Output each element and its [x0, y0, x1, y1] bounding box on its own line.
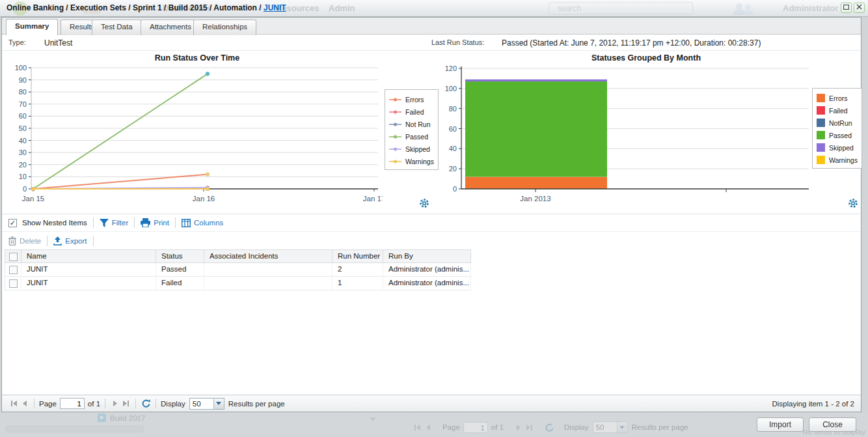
horizontal-scrollbar	[4, 425, 154, 433]
tab-summary[interactable]: Summary	[6, 19, 58, 35]
bar-chart-title: Statuses Grouped By Month	[431, 53, 861, 63]
cell-status: Passed	[156, 263, 204, 277]
row-checkbox[interactable]	[9, 266, 18, 274]
last-run-status-value: Passed (Started At: June 7, 2012, 11:19:…	[502, 38, 761, 48]
legend-entry: Failed	[389, 106, 434, 118]
page-number-input[interactable]	[60, 398, 85, 409]
refresh-icon[interactable]	[141, 399, 151, 408]
tree-item-build-2017: Build 2017	[98, 414, 145, 422]
row-checkbox[interactable]	[9, 279, 18, 288]
export-icon	[53, 236, 62, 246]
cell-associated-incidents	[204, 277, 332, 290]
cell-name[interactable]: JUNIT	[21, 277, 156, 290]
type-label: Type:	[8, 38, 26, 46]
export-button[interactable]: Export	[53, 236, 87, 246]
svg-text:70: 70	[19, 100, 27, 108]
results-table: Name Status Associated Incidents Run Num…	[5, 249, 471, 290]
column-header-status[interactable]: Status	[156, 249, 204, 263]
legend-entry: Errors	[389, 93, 434, 106]
line-chart-legend: ErrorsFailedNot RunPassedSkippedWarnings	[385, 89, 439, 170]
cell-name[interactable]: JUNIT	[21, 263, 156, 277]
legend-entry: Not Run	[389, 118, 434, 130]
statuses-grouped-by-month-chart: 020406080100120Jan 2013	[431, 63, 815, 213]
next-page-button[interactable]	[110, 399, 120, 408]
last-page-button[interactable]	[120, 399, 131, 408]
maximize-button[interactable]	[841, 3, 852, 13]
selection-toolbar: Delete Export	[2, 232, 861, 249]
tab-attachments[interactable]: Attachments	[141, 20, 200, 35]
print-icon	[141, 218, 150, 227]
type-value: UnitTest	[44, 38, 72, 48]
trash-icon	[8, 236, 16, 246]
svg-text:40: 40	[449, 145, 457, 152]
svg-text:Jan 15: Jan 15	[22, 195, 45, 203]
column-header-associated-incidents[interactable]: Associated Incidents	[204, 249, 332, 263]
previous-page-button[interactable]	[19, 399, 29, 408]
legend-entry: Skipped	[389, 143, 434, 155]
delete-button[interactable]: Delete	[8, 236, 41, 246]
columns-button[interactable]: Columns	[182, 219, 223, 227]
display-count-select[interactable]: 50	[189, 398, 224, 410]
columns-icon	[182, 219, 191, 227]
avatar	[730, 2, 757, 15]
close-dialog-button[interactable]: Close	[809, 417, 856, 432]
breadcrumb-path: Online Banking / Execution Sets / Sprint…	[7, 3, 264, 12]
svg-text:100: 100	[445, 85, 457, 92]
column-header-run-number[interactable]: Run Number	[332, 249, 383, 263]
footer-area: Build 2017 Page 1 of 1 Display 50 Result…	[0, 412, 868, 437]
page-label: Page	[39, 400, 57, 408]
show-nested-items-label: Show Nested Items	[22, 219, 87, 227]
column-header-name[interactable]: Name	[21, 249, 156, 263]
svg-text:0: 0	[23, 185, 27, 193]
tab-test-data[interactable]: Test Data	[92, 20, 142, 35]
cell-run-by: Administrator (adminis...	[383, 277, 471, 290]
select-arrow-icon	[213, 399, 224, 409]
table-header-row: Name Status Associated Incidents Run Num…	[5, 249, 471, 263]
maximize-icon	[843, 5, 849, 10]
bar-chart-legend: ErrorsFailedNotRunPassedSkippedWarnings	[812, 88, 862, 169]
cell-run-number: 2	[332, 263, 383, 277]
pagination-bar: Page of 1 Display 50 Results per page Di…	[2, 395, 861, 412]
svg-text:0: 0	[453, 185, 457, 193]
details-row: Type: UnitTest Last Run Status: Passed (…	[2, 35, 861, 51]
svg-text:Jan 17: Jan 17	[363, 195, 383, 203]
close-button[interactable]	[854, 3, 865, 13]
tab-relationships[interactable]: Relationships	[193, 20, 256, 35]
page-of-label: of 1	[88, 400, 100, 408]
last-run-status-label: Last Run Status:	[431, 38, 484, 46]
legend-entry: Warnings	[817, 154, 858, 166]
cell-status: Failed	[156, 277, 204, 290]
svg-text:80: 80	[449, 105, 457, 113]
show-nested-items-checkbox[interactable]: ✓	[8, 219, 17, 227]
nav-item-admin: Admin	[329, 3, 355, 13]
run-status-over-time-chart: 0102030405060708090100Jan 15Jan 16Jan 17	[2, 63, 383, 213]
table-row[interactable]: JUNIT Passed 2 Administrator (adminis...	[5, 263, 471, 277]
close-icon	[856, 4, 862, 10]
first-page-button[interactable]	[8, 399, 19, 408]
chart-settings-gear-icon[interactable]	[418, 197, 430, 209]
column-header-run-by[interactable]: Run By	[383, 249, 471, 263]
breadcrumb-link-junit[interactable]: JUNIT	[264, 3, 286, 12]
filter-icon	[100, 219, 109, 227]
chart-settings-gear-icon[interactable]	[847, 197, 859, 209]
svg-text:20: 20	[19, 161, 27, 169]
svg-text:120: 120	[445, 64, 457, 72]
svg-text:50: 50	[19, 124, 27, 132]
cell-associated-incidents	[204, 263, 332, 277]
user-menu: Administrator	[783, 3, 847, 13]
svg-text:Jan 2013: Jan 2013	[520, 195, 550, 203]
svg-text:Jan 16: Jan 16	[193, 195, 215, 203]
legend-entry: Passed	[817, 129, 858, 141]
titlebar: tester Dashboards Resources Admin search…	[0, 0, 868, 17]
table-row[interactable]: JUNIT Failed 1 Administrator (adminis...	[5, 277, 471, 290]
select-all-checkbox[interactable]	[9, 253, 18, 261]
print-button[interactable]: Print	[141, 218, 169, 227]
svg-text:30: 30	[19, 148, 27, 156]
results-per-page-label: Results per page	[228, 400, 285, 408]
svg-text:100: 100	[15, 64, 27, 72]
background-pagination-bar: Page 1 of 1 Display 50 Results per page	[412, 421, 724, 433]
line-chart-title: Run Status Over Time	[2, 53, 392, 63]
filter-button[interactable]: Filter	[100, 219, 129, 227]
list-toolbar: ✓ Show Nested Items Filter Print Columns	[2, 214, 861, 232]
import-button[interactable]: Import	[757, 417, 804, 432]
